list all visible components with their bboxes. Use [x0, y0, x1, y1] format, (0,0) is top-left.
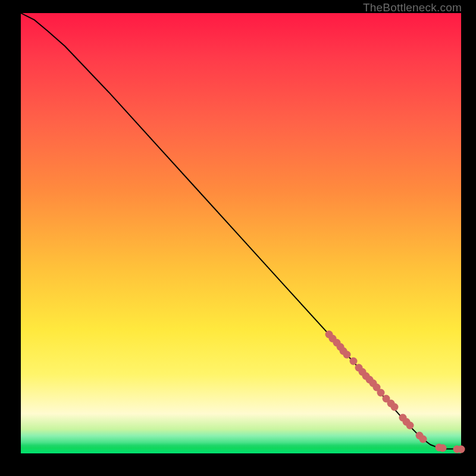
data-marker: [439, 444, 446, 452]
data-marker: [403, 418, 411, 425]
data-marker: [359, 368, 367, 376]
data-marker: [419, 435, 427, 443]
data-marker: [325, 331, 333, 339]
data-marker: [333, 339, 340, 347]
data-marker: [390, 403, 398, 411]
data-marker: [362, 372, 370, 380]
data-marker: [387, 399, 394, 407]
line-curve: [21, 13, 461, 453]
data-marker: [377, 389, 385, 396]
data-marker: [366, 375, 374, 383]
data-marker: [372, 384, 380, 392]
data-marker: [406, 422, 414, 430]
watermark-label: TheBottleneck.com: [363, 1, 462, 14]
data-marker: [458, 445, 465, 453]
data-marker: [436, 443, 443, 451]
plot-area: [21, 13, 461, 453]
data-marker: [383, 394, 390, 402]
chart-frame: TheBottleneck.com: [0, 0, 476, 476]
data-marker: [349, 358, 357, 365]
data-marker: [369, 380, 377, 387]
data-marker: [336, 343, 344, 350]
data-marker: [415, 431, 423, 439]
data-marker: [399, 414, 407, 422]
data-marker: [343, 351, 351, 359]
data-marker: [355, 364, 363, 372]
data-marker: [453, 445, 461, 453]
data-marker: [328, 334, 336, 342]
data-marker: [340, 347, 347, 355]
